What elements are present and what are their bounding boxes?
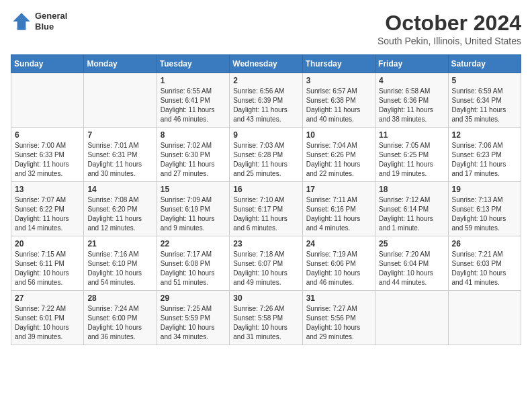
logo-line1: General bbox=[35, 11, 67, 21]
day-info: Sunrise: 7:13 AM Sunset: 6:13 PM Dayligh… bbox=[452, 195, 517, 233]
day-number: 11 bbox=[379, 130, 444, 140]
calendar-cell: 23Sunrise: 7:18 AM Sunset: 6:07 PM Dayli… bbox=[230, 236, 302, 291]
calendar-cell: 5Sunrise: 6:59 AM Sunset: 6:34 PM Daylig… bbox=[448, 73, 521, 128]
day-info: Sunrise: 7:15 AM Sunset: 6:11 PM Dayligh… bbox=[15, 250, 80, 287]
day-info: Sunrise: 6:59 AM Sunset: 6:34 PM Dayligh… bbox=[452, 87, 517, 124]
calendar-row-5: 27Sunrise: 7:22 AM Sunset: 6:01 PM Dayli… bbox=[11, 291, 521, 345]
day-info: Sunrise: 7:09 AM Sunset: 6:19 PM Dayligh… bbox=[161, 195, 226, 233]
calendar-cell bbox=[84, 73, 157, 128]
calendar-body: 1Sunrise: 6:55 AM Sunset: 6:41 PM Daylig… bbox=[11, 73, 521, 345]
calendar-cell bbox=[448, 291, 521, 345]
calendar-row-4: 20Sunrise: 7:15 AM Sunset: 6:11 PM Dayli… bbox=[11, 236, 521, 291]
logo-icon bbox=[11, 11, 32, 32]
calendar-cell: 1Sunrise: 6:55 AM Sunset: 6:41 PM Daylig… bbox=[157, 73, 229, 128]
calendar-cell: 11Sunrise: 7:05 AM Sunset: 6:25 PM Dayli… bbox=[375, 128, 448, 182]
day-number: 1 bbox=[161, 76, 226, 85]
calendar-cell: 18Sunrise: 7:12 AM Sunset: 6:14 PM Dayli… bbox=[375, 182, 448, 236]
day-number: 31 bbox=[306, 293, 371, 303]
day-number: 18 bbox=[379, 185, 444, 194]
calendar-cell: 29Sunrise: 7:25 AM Sunset: 5:59 PM Dayli… bbox=[157, 291, 229, 345]
calendar-cell: 26Sunrise: 7:21 AM Sunset: 6:03 PM Dayli… bbox=[448, 236, 521, 291]
day-info: Sunrise: 7:27 AM Sunset: 5:56 PM Dayligh… bbox=[306, 304, 371, 342]
day-number: 10 bbox=[306, 130, 371, 140]
day-number: 13 bbox=[15, 185, 80, 194]
day-number: 3 bbox=[306, 76, 371, 85]
day-info: Sunrise: 7:05 AM Sunset: 6:25 PM Dayligh… bbox=[379, 141, 444, 179]
day-info: Sunrise: 6:56 AM Sunset: 6:39 PM Dayligh… bbox=[233, 87, 298, 124]
day-number: 8 bbox=[161, 130, 226, 140]
logo: General Blue bbox=[11, 11, 67, 32]
day-info: Sunrise: 7:24 AM Sunset: 6:00 PM Dayligh… bbox=[87, 304, 152, 342]
header-sunday: Sunday bbox=[11, 55, 84, 73]
calendar-cell: 14Sunrise: 7:08 AM Sunset: 6:20 PM Dayli… bbox=[84, 182, 157, 236]
day-info: Sunrise: 7:10 AM Sunset: 6:17 PM Dayligh… bbox=[233, 195, 298, 233]
title-area: October 2024 South Pekin, Illinois, Unit… bbox=[378, 11, 521, 46]
calendar-cell bbox=[375, 291, 448, 345]
calendar-cell: 10Sunrise: 7:04 AM Sunset: 6:26 PM Dayli… bbox=[302, 128, 375, 182]
day-info: Sunrise: 7:11 AM Sunset: 6:16 PM Dayligh… bbox=[306, 195, 371, 233]
day-number: 16 bbox=[233, 185, 298, 194]
calendar-cell bbox=[11, 73, 84, 128]
day-number: 20 bbox=[15, 239, 80, 248]
day-info: Sunrise: 6:58 AM Sunset: 6:36 PM Dayligh… bbox=[379, 87, 444, 124]
calendar-row-2: 6Sunrise: 7:00 AM Sunset: 6:33 PM Daylig… bbox=[11, 128, 521, 182]
header-tuesday: Tuesday bbox=[157, 55, 229, 73]
calendar-cell: 12Sunrise: 7:06 AM Sunset: 6:23 PM Dayli… bbox=[448, 128, 521, 182]
svg-marker-0 bbox=[13, 13, 30, 30]
calendar-cell: 2Sunrise: 6:56 AM Sunset: 6:39 PM Daylig… bbox=[230, 73, 302, 128]
day-number: 26 bbox=[452, 239, 517, 248]
day-info: Sunrise: 7:01 AM Sunset: 6:31 PM Dayligh… bbox=[87, 141, 152, 179]
day-number: 29 bbox=[161, 293, 226, 303]
calendar-cell: 31Sunrise: 7:27 AM Sunset: 5:56 PM Dayli… bbox=[302, 291, 375, 345]
calendar-cell: 25Sunrise: 7:20 AM Sunset: 6:04 PM Dayli… bbox=[375, 236, 448, 291]
header-thursday: Thursday bbox=[302, 55, 375, 73]
calendar-cell: 9Sunrise: 7:03 AM Sunset: 6:28 PM Daylig… bbox=[230, 128, 302, 182]
day-number: 22 bbox=[161, 239, 226, 248]
day-info: Sunrise: 7:19 AM Sunset: 6:06 PM Dayligh… bbox=[306, 250, 371, 287]
day-number: 12 bbox=[452, 130, 517, 140]
calendar-cell: 6Sunrise: 7:00 AM Sunset: 6:33 PM Daylig… bbox=[11, 128, 84, 182]
day-info: Sunrise: 7:03 AM Sunset: 6:28 PM Dayligh… bbox=[233, 141, 298, 179]
day-number: 27 bbox=[15, 293, 80, 303]
day-info: Sunrise: 6:57 AM Sunset: 6:38 PM Dayligh… bbox=[306, 87, 371, 124]
day-info: Sunrise: 7:02 AM Sunset: 6:30 PM Dayligh… bbox=[161, 141, 226, 179]
page-header: General Blue October 2024 South Pekin, I… bbox=[11, 11, 521, 46]
day-number: 7 bbox=[87, 130, 152, 140]
day-number: 2 bbox=[233, 76, 298, 85]
day-info: Sunrise: 7:00 AM Sunset: 6:33 PM Dayligh… bbox=[15, 141, 80, 179]
header-monday: Monday bbox=[84, 55, 157, 73]
calendar-cell: 8Sunrise: 7:02 AM Sunset: 6:30 PM Daylig… bbox=[157, 128, 229, 182]
day-number: 9 bbox=[233, 130, 298, 140]
calendar-cell: 13Sunrise: 7:07 AM Sunset: 6:22 PM Dayli… bbox=[11, 182, 84, 236]
header-saturday: Saturday bbox=[448, 55, 521, 73]
day-number: 6 bbox=[15, 130, 80, 140]
day-number: 17 bbox=[306, 185, 371, 194]
month-title: October 2024 bbox=[378, 11, 521, 36]
calendar-cell: 19Sunrise: 7:13 AM Sunset: 6:13 PM Dayli… bbox=[448, 182, 521, 236]
day-number: 30 bbox=[233, 293, 298, 303]
day-info: Sunrise: 7:12 AM Sunset: 6:14 PM Dayligh… bbox=[379, 195, 444, 233]
header-wednesday: Wednesday bbox=[230, 55, 302, 73]
calendar-row-1: 1Sunrise: 6:55 AM Sunset: 6:41 PM Daylig… bbox=[11, 73, 521, 128]
day-info: Sunrise: 7:07 AM Sunset: 6:22 PM Dayligh… bbox=[15, 195, 80, 233]
day-info: Sunrise: 7:06 AM Sunset: 6:23 PM Dayligh… bbox=[452, 141, 517, 179]
calendar-cell: 30Sunrise: 7:26 AM Sunset: 5:58 PM Dayli… bbox=[230, 291, 302, 345]
day-number: 4 bbox=[379, 76, 444, 85]
day-info: Sunrise: 7:04 AM Sunset: 6:26 PM Dayligh… bbox=[306, 141, 371, 179]
calendar-cell: 24Sunrise: 7:19 AM Sunset: 6:06 PM Dayli… bbox=[302, 236, 375, 291]
day-info: Sunrise: 7:25 AM Sunset: 5:59 PM Dayligh… bbox=[161, 304, 226, 342]
calendar-header: Sunday Monday Tuesday Wednesday Thursday… bbox=[11, 55, 521, 73]
calendar-cell: 27Sunrise: 7:22 AM Sunset: 6:01 PM Dayli… bbox=[11, 291, 84, 345]
calendar-cell: 16Sunrise: 7:10 AM Sunset: 6:17 PM Dayli… bbox=[230, 182, 302, 236]
day-info: Sunrise: 7:17 AM Sunset: 6:08 PM Dayligh… bbox=[161, 250, 226, 287]
day-number: 15 bbox=[161, 185, 226, 194]
day-info: Sunrise: 7:26 AM Sunset: 5:58 PM Dayligh… bbox=[233, 304, 298, 342]
day-info: Sunrise: 7:08 AM Sunset: 6:20 PM Dayligh… bbox=[87, 195, 152, 233]
location-subtitle: South Pekin, Illinois, United States bbox=[378, 36, 521, 46]
day-number: 14 bbox=[87, 185, 152, 194]
day-info: Sunrise: 7:21 AM Sunset: 6:03 PM Dayligh… bbox=[452, 250, 517, 287]
day-info: Sunrise: 7:22 AM Sunset: 6:01 PM Dayligh… bbox=[15, 304, 80, 342]
calendar-cell: 15Sunrise: 7:09 AM Sunset: 6:19 PM Dayli… bbox=[157, 182, 229, 236]
weekday-header-row: Sunday Monday Tuesday Wednesday Thursday… bbox=[11, 55, 521, 73]
header-friday: Friday bbox=[375, 55, 448, 73]
